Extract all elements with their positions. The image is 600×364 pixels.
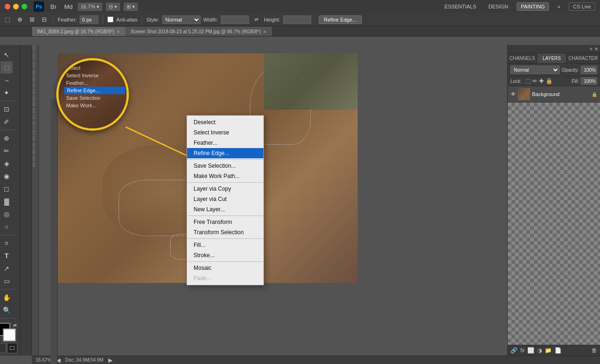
design-btn[interactable]: DESIGN xyxy=(485,3,512,10)
height-input[interactable] xyxy=(283,15,311,24)
magic-wand-tool[interactable]: ✦ xyxy=(0,87,13,99)
lock-position-icon[interactable]: ✚ xyxy=(539,78,544,84)
ctx-stroke[interactable]: Stroke... xyxy=(187,250,263,260)
ctx-save-selection[interactable]: Save Selection... xyxy=(187,161,263,171)
character-tab[interactable]: CHARACTER xyxy=(567,53,600,63)
minimize-button[interactable] xyxy=(13,4,19,9)
separator-2 xyxy=(103,15,103,24)
bg-top-right xyxy=(264,53,358,110)
move-tool[interactable]: ↖ xyxy=(0,49,13,61)
screen-mode-btn[interactable] xyxy=(7,343,17,353)
mag-item-select-inverse: Select Inverse xyxy=(64,72,125,79)
tool-sep-3 xyxy=(0,235,16,235)
essentials-btn[interactable]: ESSENTIALS xyxy=(441,3,480,10)
media-icon[interactable]: Md xyxy=(63,1,74,12)
ctx-make-work-path[interactable]: Make Work Path... xyxy=(187,171,263,181)
panel-collapse-btn[interactable]: ≡ xyxy=(590,46,592,52)
mag-item-make-work: Make Work... xyxy=(64,102,125,109)
ctx-sep-3 xyxy=(187,215,263,216)
layer-effects-icon[interactable]: fx xyxy=(520,347,525,354)
zoom-status: 16.67% xyxy=(36,357,52,363)
refine-edge-button[interactable]: Refine Edge... xyxy=(319,15,362,24)
ctx-select-inverse[interactable]: Select Inverse xyxy=(187,127,263,138)
more-workspaces-btn[interactable]: » xyxy=(554,3,564,10)
fill-input[interactable] xyxy=(581,77,597,85)
link-layers-icon[interactable]: 🔗 xyxy=(510,347,518,354)
marquee-tool[interactable]: ⬚ xyxy=(0,61,13,74)
ctx-new-layer[interactable]: New Layer... xyxy=(187,204,263,215)
ctx-transform-selection[interactable]: Transform Selection xyxy=(187,227,263,238)
ctx-sep-4 xyxy=(187,238,263,239)
tab-screenshot-label: Screen Shot 2019-08-23 at 5.25.02 PM.jpg… xyxy=(131,29,261,34)
layer-mask-icon[interactable]: ⬜ xyxy=(527,347,534,354)
ctx-feather[interactable]: Feather... xyxy=(187,138,263,148)
new-group-icon[interactable]: 📁 xyxy=(545,347,552,354)
lasso-tool[interactable]: ⌢ xyxy=(0,74,13,86)
swap-dimensions-icon[interactable]: ⇌ xyxy=(252,15,261,24)
maximize-button[interactable] xyxy=(22,4,27,9)
blur-tool[interactable]: ◎ xyxy=(0,208,13,220)
ctx-layer-via-cut[interactable]: Layer via Cut xyxy=(187,194,263,204)
feather-input[interactable] xyxy=(80,15,98,24)
history-brush-tool[interactable]: ◉ xyxy=(0,170,13,182)
ctx-refine-edge[interactable]: Refine Edge... xyxy=(187,148,263,158)
close-button[interactable] xyxy=(5,4,10,9)
layers-tab[interactable]: LAYERS xyxy=(537,53,566,63)
heal-tool[interactable]: ⊕ xyxy=(0,132,13,144)
arrange-selector[interactable]: ⊞ ▾ xyxy=(124,3,138,11)
new-selection-icon[interactable]: ⊕ xyxy=(15,15,24,24)
layer-background[interactable]: 👁 Background 🔒 xyxy=(508,86,600,103)
anti-alias-label: Anti-alias xyxy=(116,17,137,22)
cs-live-btn[interactable]: CS Live xyxy=(569,2,595,11)
subtract-selection-icon[interactable]: ⊟ xyxy=(39,15,49,24)
lock-transparency-icon[interactable]: ⬚ xyxy=(525,78,531,84)
blend-mode-select[interactable]: Normal xyxy=(510,66,560,74)
dodge-tool[interactable]: ○ xyxy=(0,221,13,233)
ctx-mosaic[interactable]: Mosaic xyxy=(187,263,263,273)
painting-btn[interactable]: PAINTING xyxy=(517,2,549,11)
style-select[interactable]: Normal Fixed Ratio Fixed Size xyxy=(162,15,201,24)
eyedropper-tool[interactable]: ✐ xyxy=(0,116,13,128)
gradient-tool[interactable]: ▓ xyxy=(0,195,13,208)
tab-screenshot[interactable]: Screen Shot 2019-08-23 at 5.25.02 PM.jpg… xyxy=(126,27,272,36)
clone-tool[interactable]: ◈ xyxy=(0,157,13,170)
tabbar: IMG_8089-2.jpeg @ 16.7% (RGB/8*) ✕ Scree… xyxy=(0,26,600,37)
text-tool[interactable]: T xyxy=(0,250,13,262)
bridge-icon[interactable]: Br xyxy=(48,1,59,12)
ctx-fill[interactable]: Fill... xyxy=(187,240,263,250)
view-selector[interactable]: ⊟ ▾ xyxy=(106,3,120,11)
path-select-tool[interactable]: ↗ xyxy=(0,262,13,275)
quick-mask-btn[interactable] xyxy=(0,343,6,353)
delete-layer-icon[interactable]: 🗑 xyxy=(592,347,597,354)
hand-tool[interactable]: ✋ xyxy=(0,291,13,304)
width-input[interactable] xyxy=(221,15,249,24)
photoshop-icon[interactable]: Ps xyxy=(34,1,44,12)
tab-img-8089-close[interactable]: ✕ xyxy=(117,30,120,34)
ctx-layer-via-copy[interactable]: Layer via Copy xyxy=(187,184,263,194)
lock-pixels-icon[interactable]: ✏ xyxy=(532,78,537,84)
ctx-deselect[interactable]: Deselect xyxy=(187,117,263,127)
layer-visibility-icon[interactable]: 👁 xyxy=(510,91,516,97)
shape-tool[interactable]: ▭ xyxy=(0,275,13,287)
adjustment-layer-icon[interactable]: ◑ xyxy=(537,347,542,354)
eraser-tool[interactable]: ◻ xyxy=(0,183,13,195)
zoom-selector[interactable]: 16.7% ▾ xyxy=(78,3,102,11)
channels-tab[interactable]: CHANNELS xyxy=(508,53,537,63)
background-color[interactable] xyxy=(3,328,16,342)
new-layer-icon[interactable]: 📄 xyxy=(555,347,562,354)
switch-colors[interactable]: ⇄ xyxy=(13,323,17,327)
tab-screenshot-close[interactable]: ✕ xyxy=(263,30,267,34)
lock-all-icon[interactable]: 🔒 xyxy=(546,78,553,84)
crop-tool[interactable]: ⊡ xyxy=(0,103,13,115)
lock-label: Lock: xyxy=(510,79,522,84)
pen-tool[interactable]: ⌗ xyxy=(0,237,13,249)
panel-close-btn[interactable]: ✕ xyxy=(594,46,598,52)
add-selection-icon[interactable]: ⊞ xyxy=(27,15,37,24)
zoom-tool[interactable]: 🔍 xyxy=(0,304,13,316)
brush-tool[interactable]: ✏ xyxy=(0,145,13,157)
ctx-free-transform[interactable]: Free Transform xyxy=(187,217,263,227)
status-next[interactable]: ▶ xyxy=(108,357,112,364)
anti-alias-checkbox[interactable] xyxy=(107,16,113,22)
tab-img-8089[interactable]: IMG_8089-2.jpeg @ 16.7% (RGB/8*) ✕ xyxy=(32,27,126,36)
opacity-input[interactable] xyxy=(581,66,597,74)
